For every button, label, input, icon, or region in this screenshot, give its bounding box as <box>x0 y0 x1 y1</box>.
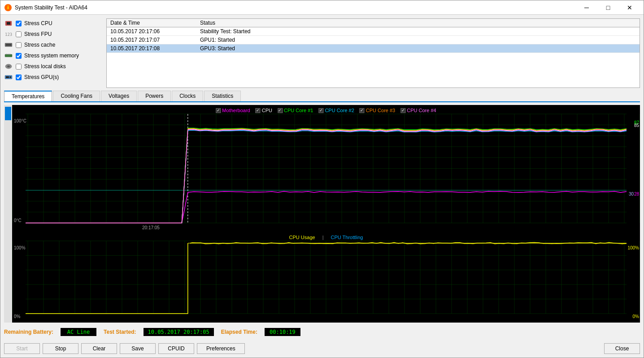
tab-temperatures[interactable]: Temperatures <box>4 91 52 101</box>
usage-val-max: 100% <box>627 245 639 250</box>
stress-fpu-checkbox[interactable] <box>16 31 22 37</box>
stress-fpu-item: 123 Stress FPU <box>4 29 103 39</box>
app-icon <box>4 4 12 12</box>
window-controls: ─ □ ✕ <box>576 1 640 14</box>
stress-cpu-item: Stress CPU <box>4 18 103 28</box>
temp-canvas <box>12 105 640 232</box>
log-cell-status: GPU1: Started <box>196 36 640 44</box>
main-content: Stress CPU 123 Stress FPU Stress cache <box>0 15 644 358</box>
usage-val-min: 0% <box>633 314 639 319</box>
log-row[interactable]: 10.05.2017 20:17:08GPU3: Started <box>107 44 640 53</box>
log-row[interactable]: 10.05.2017 20:17:06Stability Test: Start… <box>107 27 640 36</box>
top-section: Stress CPU 123 Stress FPU Stress cache <box>4 18 640 88</box>
svg-rect-8 <box>6 54 7 55</box>
start-button[interactable]: Start <box>4 343 40 354</box>
legend-cpu-core-#4: ✓CPU Core #4 <box>400 108 436 113</box>
main-window: System Stability Test - AIDA64 ─ □ ✕ Str… <box>0 0 644 358</box>
cpu-usage-chart: CPU Usage | CPU Throttling 100% 0% 100% … <box>12 232 640 323</box>
svg-rect-14 <box>6 76 9 78</box>
cache-icon <box>4 41 13 48</box>
svg-rect-9 <box>8 54 9 55</box>
cpu-icon <box>4 20 13 27</box>
svg-point-15 <box>9 76 11 78</box>
log-table: Date & Time Status 10.05.2017 20:17:06St… <box>106 18 640 88</box>
legend-motherboard: ✓Motherboard <box>216 108 250 113</box>
svg-rect-10 <box>9 54 10 55</box>
tab-clocks[interactable]: Clocks <box>172 91 203 101</box>
gpu-icon <box>4 74 13 81</box>
save-button[interactable]: Save <box>120 343 156 354</box>
cpu-throttle-label: CPU Throttling <box>331 235 363 240</box>
log-col-status: Status <box>196 19 640 27</box>
svg-point-12 <box>7 65 10 67</box>
stop-button[interactable]: Stop <box>43 343 78 354</box>
legend-cpu: ✓CPU <box>256 108 272 113</box>
window-title: System Stability Test - AIDA64 <box>15 4 576 11</box>
legend-cpu-core-#2: ✓CPU Core #2 <box>318 108 354 113</box>
stress-gpu-item: Stress GPU(s) <box>4 72 103 82</box>
maximize-button[interactable]: □ <box>598 1 618 14</box>
stress-cpu-label: Stress CPU <box>24 20 52 26</box>
cpu-usage-label: CPU Usage <box>289 235 315 240</box>
battery-label: Remaining Battery: <box>4 329 53 335</box>
log-col-datetime: Date & Time <box>107 19 196 27</box>
val-28: 28 <box>634 192 639 196</box>
cpu-legend: CPU Usage | CPU Throttling <box>289 235 363 240</box>
y-max-label: 100°C <box>14 118 26 123</box>
svg-rect-3 <box>7 22 10 25</box>
stress-cache-label: Stress cache <box>24 42 55 48</box>
temp-chart-legend: ✓Motherboard✓CPU✓CPU Core #1✓CPU Core #2… <box>216 108 436 113</box>
clear-button[interactable]: Clear <box>81 343 117 354</box>
log-row[interactable]: 10.05.2017 20:17:07GPU1: Started <box>107 36 640 44</box>
stress-memory-label: Stress system memory <box>24 52 79 59</box>
elapsed-label: Elapsed Time: <box>221 329 257 335</box>
stress-cache-checkbox[interactable] <box>16 42 22 48</box>
stress-memory-checkbox[interactable] <box>16 53 22 59</box>
y-min-label: 0°C <box>14 218 22 223</box>
elapsed-value: 00:10:19 <box>265 328 300 336</box>
stress-panel: Stress CPU 123 Stress FPU Stress cache <box>4 18 103 88</box>
stress-disks-checkbox[interactable] <box>16 64 22 70</box>
close-bottom-button[interactable]: Close <box>604 343 640 354</box>
stress-gpu-label: Stress GPU(s) <box>24 74 59 80</box>
val-30: 30 <box>629 192 634 196</box>
usage-canvas <box>12 232 640 323</box>
test-label: Test Started: <box>104 329 136 335</box>
title-bar: System Stability Test - AIDA64 ─ □ ✕ <box>0 0 644 15</box>
stress-disks-item: Stress local disks <box>4 61 103 71</box>
fpu-icon: 123 <box>4 31 13 38</box>
svg-text:123: 123 <box>5 32 12 37</box>
battery-value: AC Line <box>61 328 96 336</box>
tab-cooling_fans[interactable]: Cooling Fans <box>53 91 100 101</box>
charts-area: ✓Motherboard✓CPU✓CPU Core #1✓CPU Core #2… <box>4 105 640 323</box>
tab-voltages[interactable]: Voltages <box>101 91 137 101</box>
bottom-buttons: Start Stop Clear Save CPUID Preferences … <box>4 341 640 354</box>
chart-scrollbar[interactable] <box>4 105 12 323</box>
stress-gpu-checkbox[interactable] <box>16 74 22 80</box>
usage-y-min: 0% <box>14 314 20 319</box>
disks-icon <box>4 63 13 70</box>
val-87: 87 <box>634 120 639 125</box>
stress-cache-item: Stress cache <box>4 40 103 50</box>
log-cell-datetime: 10.05.2017 20:17:06 <box>107 27 196 36</box>
tab-powers[interactable]: Powers <box>138 91 171 101</box>
minimize-button[interactable]: ─ <box>576 1 597 14</box>
usage-y-max: 100% <box>14 245 26 250</box>
memory-icon <box>4 52 13 59</box>
test-value: 10.05.2017 20:17:05 <box>144 328 214 336</box>
svg-rect-6 <box>6 44 11 46</box>
status-bar: Remaining Battery: AC Line Test Started:… <box>4 325 640 339</box>
scroll-thumb[interactable] <box>5 107 11 120</box>
log-cell-status: GPU3: Started <box>196 44 640 53</box>
cpuid-button[interactable]: CPUID <box>158 343 194 354</box>
log-cell-datetime: 10.05.2017 20:17:07 <box>107 36 196 44</box>
stress-disks-label: Stress local disks <box>24 63 66 70</box>
close-button[interactable]: ✕ <box>619 1 640 14</box>
stress-cpu-checkbox[interactable] <box>16 21 22 26</box>
stress-memory-item: Stress system memory <box>4 51 103 61</box>
tabs-bar: TemperaturesCooling FansVoltagesPowersCl… <box>4 91 640 102</box>
log-cell-datetime: 10.05.2017 20:17:08 <box>107 44 196 53</box>
tab-statistics[interactable]: Statistics <box>204 91 241 101</box>
legend-cpu-core-#1: ✓CPU Core #1 <box>278 108 313 113</box>
preferences-button[interactable]: Preferences <box>197 343 245 354</box>
